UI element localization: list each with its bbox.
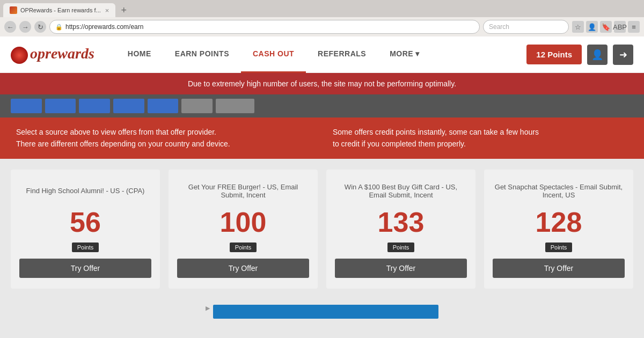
offer-points-3: 133 bbox=[378, 208, 425, 236]
offer-title-2: Get Your FREE Burger! - US, Email Submit… bbox=[177, 180, 309, 202]
alert-banner: Due to extremely high number of users, t… bbox=[0, 73, 644, 94]
nav-more[interactable]: MORE ▾ bbox=[378, 36, 431, 73]
nav-cash-out[interactable]: CASH OUT bbox=[241, 36, 306, 73]
tab-title: OPRewards - Earn rewards f... bbox=[20, 7, 101, 13]
offer-points-1: 56 bbox=[70, 208, 101, 236]
info-left: Select a source above to view offers fro… bbox=[16, 126, 311, 150]
nav-referrals[interactable]: REFERRALS bbox=[306, 36, 378, 73]
alert-message: Due to extremely high number of users, t… bbox=[188, 79, 456, 88]
offer-card-4: Get Snapchat Spectacles - Email Submit, … bbox=[484, 170, 633, 289]
browser-icons: ☆ 👤 🔖 ABP ≡ bbox=[572, 21, 640, 33]
offer-points-4: 128 bbox=[536, 208, 582, 236]
logo-circle bbox=[11, 47, 28, 64]
filter-btn-4[interactable] bbox=[113, 99, 144, 113]
star-icon[interactable]: ☆ bbox=[572, 21, 584, 33]
offer-title-1: Find High School Alumni! - US - (CPA) bbox=[26, 180, 145, 202]
filter-btn-6[interactable] bbox=[181, 99, 213, 113]
filter-area bbox=[0, 94, 644, 117]
filter-btn-3[interactable] bbox=[79, 99, 110, 113]
try-offer-btn-2[interactable]: Try Offer bbox=[177, 259, 309, 278]
offers-section: Find High School Alumni! - US - (CPA) 56… bbox=[0, 159, 644, 299]
nav-actions: 12 Points 👤 ➜ bbox=[526, 45, 633, 65]
offer-points-2: 100 bbox=[220, 208, 267, 236]
forward-button[interactable]: → bbox=[19, 21, 31, 33]
points-button[interactable]: 12 Points bbox=[526, 45, 582, 64]
lock-icon: 🔒 bbox=[55, 24, 63, 31]
points-badge-3: Points bbox=[387, 243, 415, 252]
page-content: oprewards HOME EARN POINTS CASH OUT REFE… bbox=[0, 36, 644, 324]
search-placeholder: Search bbox=[489, 23, 509, 31]
tab-close-icon[interactable]: × bbox=[105, 6, 109, 14]
try-offer-btn-4[interactable]: Try Offer bbox=[493, 259, 625, 278]
offer-card-2: Get Your FREE Burger! - US, Email Submit… bbox=[169, 170, 318, 289]
browser-toolbar: ← → ↻ 🔒 https://oprewards.com/earn Searc… bbox=[0, 17, 644, 36]
navbar: oprewards HOME EARN POINTS CASH OUT REFE… bbox=[0, 36, 644, 73]
info-right-text: Some offers credit points instantly, som… bbox=[333, 128, 539, 148]
new-tab-button[interactable]: + bbox=[115, 3, 132, 17]
offer-card-3: Win A $100 Best Buy Gift Card - US, Emai… bbox=[326, 170, 475, 289]
url-text: https://oprewards.com/earn bbox=[65, 23, 143, 31]
browser-tab-active[interactable]: OPRewards - Earn rewards f... × bbox=[3, 3, 115, 17]
back-button[interactable]: ← bbox=[4, 21, 16, 33]
bookmark-icon[interactable]: 🔖 bbox=[600, 21, 612, 33]
bottom-area: ▶ bbox=[0, 299, 644, 324]
menu-icon[interactable]: ≡ bbox=[628, 21, 640, 33]
logout-button[interactable]: ➜ bbox=[613, 45, 633, 65]
info-right: Some offers credit points instantly, som… bbox=[333, 126, 628, 150]
search-bar[interactable]: Search bbox=[483, 20, 569, 34]
info-left-text: Select a source above to view offers fro… bbox=[16, 128, 230, 148]
adblock-icon[interactable]: ABP bbox=[614, 21, 626, 33]
filter-btn-2[interactable] bbox=[45, 99, 76, 113]
profile-button[interactable]: 👤 bbox=[587, 45, 608, 65]
ad-bar[interactable] bbox=[213, 305, 438, 319]
offer-title-3: Win A $100 Best Buy Gift Card - US, Emai… bbox=[335, 180, 467, 202]
offer-card-1: Find High School Alumni! - US - (CPA) 56… bbox=[11, 170, 160, 289]
try-offer-btn-1[interactable]: Try Offer bbox=[19, 259, 151, 278]
refresh-button[interactable]: ↻ bbox=[34, 21, 46, 33]
address-bar[interactable]: 🔒 https://oprewards.com/earn bbox=[49, 20, 480, 34]
info-section: Select a source above to view offers fro… bbox=[0, 117, 644, 159]
filter-btn-5[interactable] bbox=[148, 99, 179, 113]
points-badge-4: Points bbox=[545, 243, 573, 252]
tab-favicon bbox=[10, 6, 17, 14]
ad-icon: ▶ bbox=[206, 305, 210, 319]
points-badge-2: Points bbox=[230, 243, 257, 252]
offer-title-4: Get Snapchat Spectacles - Email Submit, … bbox=[493, 180, 625, 202]
filter-btn-1[interactable] bbox=[11, 99, 42, 113]
try-offer-btn-3[interactable]: Try Offer bbox=[335, 259, 467, 278]
nav-links: HOME EARN POINTS CASH OUT REFERRALS MORE… bbox=[116, 36, 527, 73]
filter-btn-7[interactable] bbox=[216, 99, 254, 113]
nav-earn-points[interactable]: EARN POINTS bbox=[163, 36, 241, 73]
site-logo[interactable]: oprewards bbox=[11, 45, 94, 64]
points-badge-1: Points bbox=[72, 243, 99, 252]
chevron-down-icon: ▾ bbox=[415, 49, 420, 58]
nav-home[interactable]: HOME bbox=[116, 36, 163, 73]
browser-chrome: OPRewards - Earn rewards f... × + ← → ↻ … bbox=[0, 0, 644, 36]
user-icon[interactable]: 👤 bbox=[586, 21, 598, 33]
browser-tabs: OPRewards - Earn rewards f... × + bbox=[0, 0, 644, 17]
